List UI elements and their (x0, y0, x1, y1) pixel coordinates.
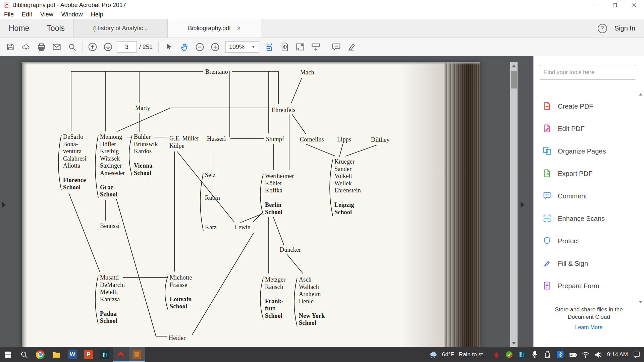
tab-tools[interactable]: Tools (38, 19, 73, 38)
print-icon[interactable] (34, 40, 49, 54)
page-shading (401, 62, 444, 347)
system-tray: 64°F Rain to st... 9:14 AM (429, 347, 644, 362)
email-icon[interactable] (49, 40, 64, 54)
right-pane-collapse-icon[interactable] (521, 202, 524, 208)
tray-wifi-icon[interactable] (582, 351, 590, 358)
left-pane-expand-icon[interactable] (2, 202, 6, 208)
doc-tab-label: (History of Analytic... (93, 25, 148, 32)
panel-scroll-up-icon[interactable] (639, 93, 642, 96)
hand-tool-icon[interactable] (176, 40, 192, 54)
tool-item-label: Export PDF (558, 170, 592, 178)
diagram-node-louvain-group: MichotteFraisse LouvainSchool (170, 274, 192, 310)
panel-scroll-down-icon[interactable] (639, 301, 642, 303)
tray-battery-icon[interactable] (569, 352, 577, 358)
menu-item-file[interactable]: File (0, 11, 18, 18)
minimize-button[interactable] (586, 0, 605, 10)
word-icon[interactable]: W (64, 347, 80, 362)
measure-tool-icon[interactable] (308, 40, 323, 54)
tab-close-icon[interactable]: × (237, 24, 241, 32)
tool-item-comment[interactable]: Comment (534, 185, 644, 207)
doc-tab-bibliography[interactable]: Bibliography.pdf × (167, 19, 261, 38)
chrome-icon[interactable] (32, 347, 48, 362)
organize-pages-icon (542, 146, 552, 157)
tools-search-input[interactable] (539, 65, 636, 80)
zoom-out-icon[interactable] (192, 40, 207, 54)
search-icon[interactable] (64, 40, 80, 54)
sign-in-button[interactable]: Sign In (614, 24, 635, 32)
document-scrollbar[interactable] (510, 62, 518, 347)
close-button[interactable] (625, 0, 644, 10)
export-pdf-icon (542, 169, 552, 179)
acrobat-taskbar-icon[interactable] (113, 347, 129, 362)
zoom-in-icon[interactable] (207, 40, 223, 54)
tray-red-drop-icon[interactable] (492, 351, 500, 358)
pdf-page: BrentanoMachMartyEhrenfelsDeSarloBona-ve… (22, 62, 480, 347)
doc-tab-label: Bibliography.pdf (188, 25, 231, 32)
scrolling-mode-icon[interactable] (262, 40, 277, 54)
tray-volume-icon[interactable] (594, 351, 602, 358)
comment-bubble-icon[interactable] (328, 40, 344, 54)
save-icon[interactable] (3, 40, 18, 54)
tray-usb-icon[interactable] (543, 351, 551, 359)
tool-item-label: Protect (558, 237, 579, 245)
next-page-icon[interactable] (100, 40, 116, 54)
doc-tab-history[interactable]: (History of Analytic... (73, 19, 167, 38)
panel-scrollbar[interactable] (639, 93, 643, 303)
tool-item-create-pdf[interactable]: Create PDF (534, 95, 644, 118)
menu-item-view[interactable]: View (36, 11, 57, 18)
tool-item-protect[interactable]: Protect (534, 230, 644, 252)
toolbar-separator (82, 41, 83, 53)
previous-page-icon[interactable] (85, 40, 100, 54)
tool-item-enhance-scans[interactable]: Enhance Scans (534, 207, 644, 230)
comment-icon (542, 191, 552, 202)
clock[interactable]: 9:14 AM (607, 351, 628, 358)
tab-home[interactable]: Home (0, 19, 38, 38)
weather-rain-icon[interactable] (429, 350, 437, 359)
scroll-up-icon[interactable] (510, 62, 518, 70)
tool-item-edit-pdf[interactable]: Edit PDF (534, 118, 644, 140)
diagram-node-cornelius: Cornelius (300, 136, 324, 143)
tool-item-label: Prepare Form (558, 282, 599, 290)
tool-item-organize-pages[interactable]: Organize Pages (534, 140, 644, 163)
weather-temp[interactable]: 64°F (442, 351, 454, 358)
tray-app-bars-icon[interactable] (518, 351, 526, 358)
help-icon[interactable]: ? (598, 24, 607, 33)
scroll-down-icon[interactable] (510, 340, 518, 347)
tool-item-fill-sign[interactable]: Fill & Sign (534, 252, 644, 275)
highlighter-icon[interactable] (344, 40, 359, 54)
select-tool-icon[interactable] (161, 40, 176, 54)
active-app-icon[interactable] (129, 347, 145, 362)
scrollbar-thumb[interactable] (511, 71, 517, 88)
fit-page-icon[interactable] (277, 40, 292, 54)
tool-item-export-pdf[interactable]: Export PDF (534, 163, 644, 185)
menu-item-window[interactable]: Window (57, 11, 87, 18)
tray-microphone-icon[interactable] (531, 351, 539, 359)
windows-taskbar: W P 64°F Rain to st... 9:14 AM (0, 347, 644, 362)
diagram-node-heider: Heider (169, 335, 185, 342)
start-button[interactable] (0, 347, 16, 362)
weather-headline[interactable]: Rain to st... (459, 351, 488, 358)
tray-antivirus-icon[interactable] (505, 351, 513, 358)
diagram-node-duncker: Duncker (280, 246, 301, 254)
taskbar-search-icon[interactable] (16, 347, 32, 362)
maximize-button[interactable] (605, 0, 625, 10)
powerpoint-icon[interactable]: P (80, 347, 97, 362)
diagram-node-vienna-group: BühlerBrunswikKardos ViennaSchool (134, 133, 158, 177)
app-icon-bars[interactable] (97, 347, 113, 362)
page-number-input[interactable]: 3 (117, 41, 137, 53)
fit-width-icon[interactable] (292, 40, 308, 54)
learn-more-link[interactable]: Learn More (534, 324, 644, 330)
menu-item-edit[interactable]: Edit (18, 11, 36, 18)
menu-item-help[interactable]: Help (87, 11, 107, 18)
tray-bluetooth-icon[interactable] (556, 351, 564, 358)
share-cloud-icon[interactable] (18, 40, 34, 54)
zoom-level-dropdown[interactable]: 109% ▼ (225, 41, 259, 53)
file-explorer-icon[interactable] (48, 347, 64, 362)
toolbar-separator (326, 41, 326, 53)
tool-item-label: Comment (558, 192, 587, 200)
action-center-icon[interactable] (633, 351, 641, 358)
menu-bar: FileEditViewWindowHelp (0, 10, 644, 19)
tool-item-prepare-form[interactable]: Prepare Form (534, 275, 644, 297)
document-canvas[interactable]: BrentanoMachMartyEhrenfelsDeSarloBona-ve… (0, 56, 533, 347)
diagram-node-stumpf: Stumpf (266, 136, 284, 143)
